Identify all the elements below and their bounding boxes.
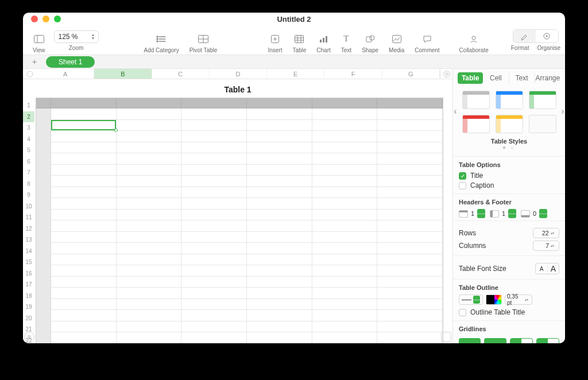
shape-button[interactable]: Shape [357, 27, 384, 53]
table-row[interactable] [36, 176, 443, 187]
column-header-E[interactable]: E [267, 69, 324, 79]
outline-line-select[interactable] [459, 294, 483, 305]
add-sheet-button[interactable]: ＋ [28, 56, 41, 68]
pivot-table-button[interactable]: Pivot Table [184, 27, 223, 53]
table-row[interactable] [36, 243, 443, 254]
add-category-button[interactable]: Add Category [139, 27, 184, 53]
row-header-6[interactable]: 6 [23, 156, 34, 168]
table-row[interactable] [36, 254, 443, 266]
table-row[interactable] [36, 210, 443, 221]
row-header-19[interactable]: 19 [23, 301, 34, 313]
chart-button[interactable]: Chart [311, 27, 335, 53]
row-header-9[interactable]: 9 [23, 189, 34, 201]
sheet-canvas[interactable]: ABCDEFG 12345678910111213141516171819202… [23, 69, 452, 343]
style-red[interactable] [462, 115, 490, 133]
row-header-15[interactable]: 15 [23, 257, 34, 268]
table-row[interactable] [36, 142, 443, 154]
table-row[interactable] [36, 299, 443, 311]
comment-button[interactable]: Comment [409, 27, 444, 53]
maximise-window[interactable] [54, 15, 61, 22]
style-green[interactable] [529, 91, 556, 109]
table-title[interactable]: Table 1 [23, 79, 452, 98]
column-header-C[interactable]: C [152, 69, 210, 79]
row-header-17[interactable]: 17 [23, 279, 34, 290]
option-caption[interactable]: Caption [459, 181, 559, 189]
table-row[interactable] [36, 165, 443, 176]
close-window[interactable] [31, 15, 38, 22]
rows-input[interactable]: 22▴▾ [533, 228, 559, 238]
gridlines-header-v[interactable] [536, 338, 559, 343]
tab-table[interactable]: Table [458, 72, 483, 84]
insert-button[interactable]: Insert [262, 27, 287, 53]
formula-button[interactable]: = [24, 332, 34, 342]
header-cols-stepper[interactable]: 1 [490, 209, 516, 218]
table-row[interactable] [36, 198, 443, 210]
column-header-D[interactable]: D [210, 69, 267, 79]
style-plain[interactable] [529, 115, 556, 133]
row-origin-button[interactable] [23, 69, 37, 79]
table-row[interactable] [36, 321, 443, 333]
row-header-11[interactable]: 11 [23, 212, 34, 223]
table-row[interactable] [36, 265, 443, 277]
row-header-13[interactable]: 13 [23, 234, 34, 246]
sheet-tab-active[interactable]: Sheet 1 [46, 56, 95, 68]
table-row[interactable] [36, 131, 443, 142]
table-row[interactable] [36, 332, 443, 343]
collaborate-button[interactable]: Collaborate [454, 27, 494, 53]
format-toggle[interactable] [513, 30, 536, 42]
media-button[interactable]: Media [384, 27, 409, 53]
organise-toggle[interactable] [536, 30, 558, 42]
header-rows-stepper[interactable]: 1 [459, 209, 485, 218]
row-header-7[interactable]: 7 [23, 167, 34, 179]
table-row[interactable] [36, 153, 443, 165]
text-button[interactable]: T Text [336, 27, 357, 53]
styles-next[interactable]: › [559, 108, 565, 115]
footer-rows-stepper[interactable]: 0 [521, 209, 547, 218]
row-header-10[interactable]: 10 [23, 201, 34, 212]
row-header-4[interactable]: 4 [23, 134, 34, 145]
row-header-14[interactable]: 14 [23, 246, 34, 257]
table-button[interactable]: Table [287, 27, 311, 53]
table-row[interactable] [36, 277, 443, 288]
gridlines-body-h[interactable] [459, 338, 481, 343]
table-row[interactable] [36, 187, 443, 199]
table-row[interactable] [36, 310, 443, 321]
row-header-18[interactable]: 18 [23, 290, 34, 302]
style-orange[interactable] [496, 115, 523, 133]
outline-pt-input[interactable]: 0,35 pt▴▾ [505, 294, 532, 305]
option-title[interactable]: ✓Title [459, 172, 559, 180]
font-smaller-button[interactable]: A [536, 263, 547, 274]
row-header-20[interactable]: 20 [23, 313, 34, 324]
row-header-3[interactable]: 3 [23, 122, 34, 134]
row-header-8[interactable]: 8 [23, 179, 34, 190]
tab-arrange[interactable]: Arrange [535, 72, 560, 84]
table-row[interactable] [36, 288, 443, 299]
font-larger-button[interactable]: A [547, 263, 559, 274]
row-header-16[interactable]: 16 [23, 268, 34, 280]
styles-prev[interactable]: ‹ [452, 108, 459, 115]
outline-title-checkbox[interactable]: Outline Table Title [459, 308, 559, 316]
style-blue[interactable] [496, 91, 523, 109]
table-row[interactable] [36, 232, 443, 243]
row-header-5[interactable]: 5 [23, 145, 34, 156]
gridlines-body-v[interactable] [484, 338, 506, 343]
table-row[interactable] [36, 108, 443, 120]
row-header-12[interactable]: 12 [23, 223, 34, 235]
table-grid[interactable] [36, 98, 443, 343]
sheet-end-handle[interactable] [441, 332, 451, 342]
style-grey[interactable] [462, 91, 490, 109]
gridlines-header-h[interactable] [510, 338, 533, 343]
row-header-2[interactable]: 2 [23, 111, 34, 123]
columns-input[interactable]: 7▴▾ [533, 241, 559, 251]
column-header-A[interactable]: A [37, 69, 94, 79]
table-row[interactable] [36, 120, 443, 131]
minimise-window[interactable] [42, 15, 49, 22]
view-button[interactable]: View [28, 27, 51, 53]
column-header-G[interactable]: G [382, 69, 440, 79]
tab-text[interactable]: Text [509, 72, 535, 84]
zoom-select[interactable]: 125 % ▴▾ [54, 30, 99, 43]
tab-cell[interactable]: Cell [483, 72, 508, 84]
table-row[interactable] [36, 220, 443, 232]
column-header-B[interactable]: B [94, 69, 152, 79]
outline-color-select[interactable] [486, 294, 502, 305]
